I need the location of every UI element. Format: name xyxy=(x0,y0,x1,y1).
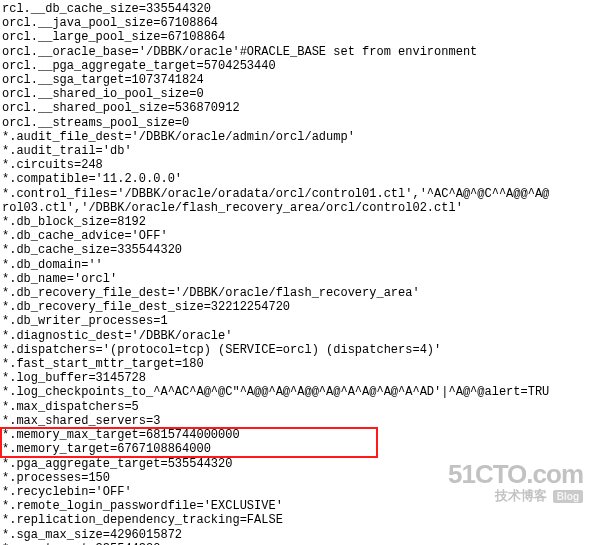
config-line: orcl.__large_pool_size=67108864 xyxy=(2,30,589,44)
config-line: *.diagnostic_dest='/DBBK/oracle' xyxy=(2,329,589,343)
config-line: *.log_checkpoints_to_^A^AC^A@^@C"^A@@^A@… xyxy=(2,385,589,399)
config-line: *.max_dispatchers=5 xyxy=(2,400,589,414)
config-line: *.db_writer_processes=1 xyxy=(2,314,589,328)
config-line: *.db_block_size=8192 xyxy=(2,215,589,229)
config-line: rcl.__db_cache_size=335544320 xyxy=(2,2,589,16)
config-line: *.recyclebin='OFF' xyxy=(2,485,589,499)
config-line: *.replication_dependency_tracking=FALSE xyxy=(2,513,589,527)
config-line: *.db_name='orcl' xyxy=(2,272,589,286)
config-line: *.log_buffer=3145728 xyxy=(2,371,589,385)
config-line: *.audit_file_dest='/DBBK/oracle/admin/or… xyxy=(2,130,589,144)
config-line: *.audit_trail='db' xyxy=(2,144,589,158)
config-line: *.compatible='11.2.0.0.0' xyxy=(2,172,589,186)
config-line: orcl.__shared_pool_size=536870912 xyxy=(2,101,589,115)
config-line: *.db_recovery_file_dest='/DBBK/oracle/fl… xyxy=(2,286,589,300)
config-line: *.db_cache_advice='OFF' xyxy=(2,229,589,243)
config-line: *.circuits=248 xyxy=(2,158,589,172)
config-line: *.processes=150 xyxy=(2,471,589,485)
config-line: *.dispatchers='(protocol=tcp) (SERVICE=o… xyxy=(2,343,589,357)
config-line: orcl.__java_pool_size=67108864 xyxy=(2,16,589,30)
config-line: *.max_shared_servers=3 xyxy=(2,414,589,428)
config-line: *.db_recovery_file_dest_size=32212254720 xyxy=(2,300,589,314)
config-line: orcl.__pga_aggregate_target=5704253440 xyxy=(2,59,589,73)
config-line: *.db_cache_size=335544320 xyxy=(2,243,589,257)
config-line: *.remote_login_passwordfile='EXCLUSIVE' xyxy=(2,499,589,513)
config-line: *.sga_max_size=4296015872 xyxy=(2,528,589,542)
config-line: orcl.__shared_io_pool_size=0 xyxy=(2,87,589,101)
config-line: orcl.__oracle_base='/DBBK/oracle'#ORACLE… xyxy=(2,45,589,59)
config-line: *.control_files='/DBBK/oracle/oradata/or… xyxy=(2,187,589,201)
config-line: *.memory_target=6767108864000 xyxy=(2,442,589,456)
config-line: orcl.__sga_target=1073741824 xyxy=(2,73,589,87)
config-line: rol03.ctl','/DBBK/oracle/flash_recovery_… xyxy=(2,201,589,215)
config-line: orcl.__streams_pool_size=0 xyxy=(2,116,589,130)
config-line: *.fast_start_mttr_target=180 xyxy=(2,357,589,371)
config-line: *.db_domain='' xyxy=(2,258,589,272)
config-line: *.pga_aggregate_target=535544320 xyxy=(2,457,589,471)
terminal-output: rcl.__db_cache_size=335544320orcl.__java… xyxy=(0,0,589,545)
config-line: *.memory_max_target=6815744000000 xyxy=(2,428,589,442)
